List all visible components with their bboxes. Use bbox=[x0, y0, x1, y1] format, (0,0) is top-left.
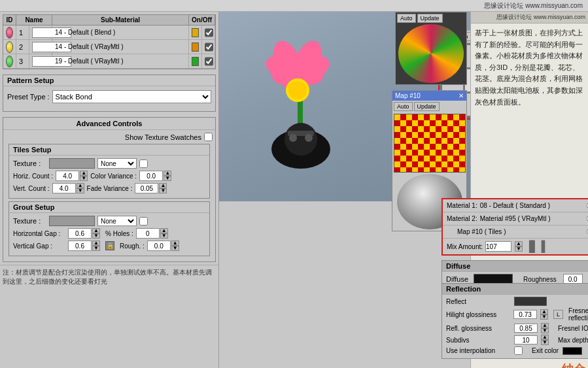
horiz-gap-down[interactable]: ▼ bbox=[92, 233, 100, 239]
mix-amount-input[interactable]: 107 bbox=[485, 241, 511, 252]
exit-color-swatch[interactable] bbox=[562, 347, 582, 355]
use-interp-checkbox[interactable] bbox=[514, 346, 523, 355]
reflect-swatch[interactable] bbox=[514, 297, 547, 306]
checkbox-1[interactable] bbox=[205, 28, 213, 37]
swatch-2 bbox=[6, 41, 13, 53]
map10-auto-btn[interactable]: Auto bbox=[394, 102, 413, 111]
tiles-setup-title: Tiles Setup bbox=[9, 144, 209, 156]
fresnel-refl-label: Fresnel reflections bbox=[568, 307, 588, 322]
max-depth-label: Max depth bbox=[558, 337, 588, 344]
hilight-down[interactable]: ▼ bbox=[540, 314, 548, 320]
hilight-label: Hilight glossiness bbox=[446, 311, 511, 318]
color-box-3[interactable] bbox=[192, 57, 199, 66]
mat-row-3: 3 19 - Default ( VRayMtl ) bbox=[3, 54, 215, 69]
header-name: Name bbox=[16, 15, 52, 25]
mat2-name: Material #95 ( VRayMtl ) bbox=[480, 215, 584, 222]
mat2-label: Material 2: bbox=[447, 215, 477, 222]
vert-count-down[interactable]: ▼ bbox=[77, 188, 84, 193]
fade-var-down[interactable]: ▼ bbox=[159, 188, 167, 193]
show-texture-checkbox[interactable] bbox=[204, 133, 213, 141]
grout-texture-swatch[interactable] bbox=[49, 216, 95, 226]
vert-gap-down[interactable]: ▼ bbox=[92, 246, 100, 251]
preset-type-select[interactable]: Stack Bond Running Bond Flemish Bond Cus… bbox=[52, 90, 211, 103]
color-box-2[interactable] bbox=[192, 42, 199, 52]
id-1: 1 bbox=[16, 25, 29, 39]
refl-gloss-input[interactable]: 0.85 bbox=[514, 324, 538, 333]
vert-gap-input[interactable]: 0.6 bbox=[68, 241, 92, 251]
top-bar: 思缘设计论坛 www.missyuan.com bbox=[0, 0, 588, 12]
map10-title: Map #10 ✕ bbox=[392, 91, 466, 101]
mat-panel-row-2: Material 2: Material #95 ( VRayMtl ) Int… bbox=[443, 212, 588, 226]
advanced-controls-title: Advanced Controls bbox=[3, 118, 215, 130]
right-text: 基于上一张材质图，在排列方式上有了新的经验。尽可能的利用每一像素。小粉花材质为多… bbox=[475, 27, 584, 108]
refl-gloss-label: Refl. glossiness bbox=[446, 325, 511, 332]
id-2: 2 bbox=[16, 40, 29, 54]
pct-holes-label: % Holes : bbox=[105, 230, 133, 237]
map10-title-text: Map #10 bbox=[395, 92, 421, 99]
checkbox-3[interactable] bbox=[205, 57, 213, 66]
horiz-count-spinbox: 4.0 ▲ ▼ bbox=[56, 171, 88, 181]
mat-table-header: ID Name Sub-Material On/Off bbox=[3, 15, 215, 25]
vert-count-label: Vert. Count : bbox=[13, 185, 50, 192]
horiz-count-label: Horiz. Count : bbox=[13, 173, 53, 180]
tiles-none-select[interactable]: None bbox=[97, 158, 137, 169]
mix-down[interactable]: ▼ bbox=[515, 246, 523, 252]
site-label: 思缘设计论坛 www.missyuan.com bbox=[484, 1, 583, 10]
fresnel-ior-label: Fresnel IOR bbox=[558, 325, 588, 332]
tiles-setup-group: Tiles Setup Texture : None Horiz. Count … bbox=[9, 144, 210, 199]
flower-scene-svg bbox=[239, 18, 370, 175]
hilight-input[interactable]: 0.73 bbox=[513, 310, 537, 319]
mat-row-1: 1 14 - Default ( Blend ) bbox=[3, 25, 215, 40]
vert-gap-label: Vertical Gap : bbox=[13, 243, 65, 250]
lock-icon[interactable]: 🔒 bbox=[105, 241, 114, 250]
subdivs-input[interactable]: 10 bbox=[514, 335, 538, 344]
right-topbar: 思缘设计论坛 www.missyuan.com bbox=[471, 12, 588, 24]
mix-display: ▐▌▐ bbox=[525, 241, 544, 252]
grout-none-select[interactable]: None bbox=[97, 216, 137, 226]
horiz-gap-input[interactable]: 0.6 bbox=[68, 228, 92, 239]
color-var-down[interactable]: ▼ bbox=[164, 176, 171, 181]
mat1-name: 08 - Default ( Standard ) bbox=[480, 202, 584, 209]
rough-down[interactable]: ▼ bbox=[171, 246, 179, 251]
hilight-l-button[interactable]: L bbox=[553, 310, 563, 319]
right-text-content: 基于上一张材质图，在排列方式上有了新的经验。尽可能的利用每一像素。小粉花材质为多… bbox=[471, 24, 588, 114]
rough-input[interactable]: 0.0 bbox=[147, 241, 171, 251]
horiz-count-down[interactable]: ▼ bbox=[80, 176, 88, 181]
sub-mat-2: 14 - Default ( VRayMtl ) bbox=[52, 40, 189, 54]
grout-texture-label: Texture : bbox=[13, 217, 49, 225]
horiz-count-input[interactable]: 4.0 bbox=[56, 171, 79, 181]
map10-update-btn[interactable]: Update bbox=[414, 102, 440, 111]
preview1-update-btn[interactable]: Update bbox=[417, 14, 443, 23]
mat-panel-row-1: Material 1: 08 - Default ( Standard ) In… bbox=[443, 199, 588, 212]
use-interp-label: Use interpolation bbox=[446, 347, 511, 354]
preview1-toolbar: Auto Update bbox=[397, 14, 465, 23]
svg-point-9 bbox=[288, 81, 307, 99]
left-panel: ID Name Sub-Material On/Off 1 14 - Defau… bbox=[0, 12, 219, 368]
tiles-texture-checkbox[interactable] bbox=[139, 159, 148, 168]
subdivs-down[interactable]: ▼ bbox=[541, 340, 549, 345]
color-variance-input[interactable]: 0.0 bbox=[139, 171, 163, 181]
grout-texture-checkbox[interactable] bbox=[139, 217, 148, 226]
id-3: 3 bbox=[16, 54, 29, 68]
reflect-label: Reflect bbox=[446, 298, 511, 305]
pct-holes-spinbox: 0 ▲ ▼ bbox=[136, 228, 168, 239]
reflection-header: Reflection bbox=[442, 284, 588, 295]
vert-count-input[interactable]: 4.0 bbox=[52, 183, 76, 193]
material-panel: Material 1: 08 - Default ( Standard ) In… bbox=[441, 198, 588, 256]
refl-gloss-down[interactable]: ▼ bbox=[541, 328, 549, 333]
header-sub: Sub-Material bbox=[52, 15, 189, 25]
pct-holes-down[interactable]: ▼ bbox=[160, 233, 168, 239]
map10-close-icon[interactable]: ✕ bbox=[458, 92, 464, 99]
sub-mat-3: 19 - Default ( VRayMtl ) bbox=[52, 54, 189, 68]
checkbox-2[interactable] bbox=[205, 42, 213, 52]
color-variance-label: Color Variance : bbox=[90, 173, 137, 180]
header-onoff: On/Off bbox=[189, 15, 215, 25]
tiles-texture-swatch[interactable] bbox=[49, 158, 95, 169]
preview1-auto-btn[interactable]: Auto bbox=[397, 14, 416, 23]
sub-mat-1: 14 - Default ( Blend ) bbox=[52, 25, 189, 39]
material-table: ID Name Sub-Material On/Off 1 14 - Defau… bbox=[3, 14, 216, 69]
color-box-1[interactable] bbox=[192, 28, 199, 37]
fade-variance-input[interactable]: 0.05 bbox=[135, 183, 158, 193]
pct-holes-input[interactable]: 0 bbox=[136, 228, 160, 239]
tiles-texture-label: Texture : bbox=[13, 159, 49, 167]
